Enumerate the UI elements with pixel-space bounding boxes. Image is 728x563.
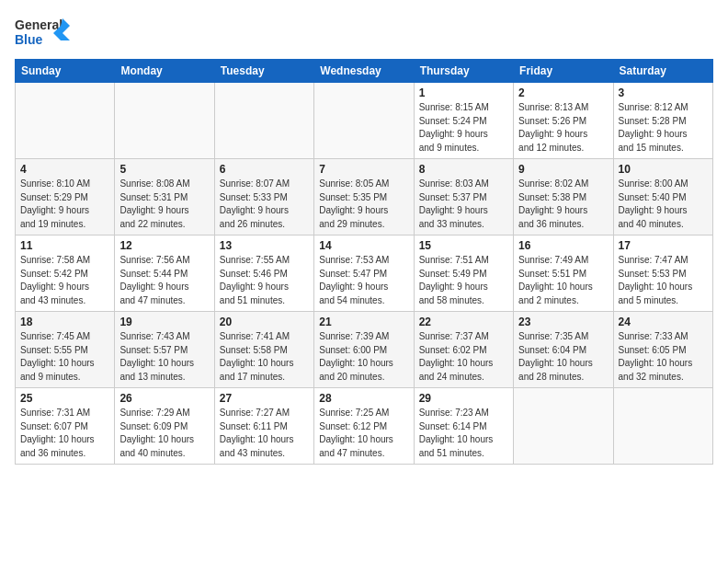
calendar-cell: 1Sunrise: 8:15 AM Sunset: 5:24 PM Daylig… (414, 83, 513, 159)
day-info: Sunrise: 7:35 AM Sunset: 6:04 PM Dayligh… (518, 330, 608, 384)
calendar-cell (214, 83, 313, 159)
day-info: Sunrise: 7:58 AM Sunset: 5:42 PM Dayligh… (20, 254, 109, 307)
logo: General Blue (15, 15, 70, 52)
day-number: 27 (220, 392, 309, 405)
calendar-week-5: 25Sunrise: 7:31 AM Sunset: 6:07 PM Dayli… (16, 388, 713, 465)
calendar-cell (514, 388, 613, 465)
day-number: 4 (20, 163, 109, 176)
day-info: Sunrise: 7:49 AM Sunset: 5:51 PM Dayligh… (518, 254, 608, 307)
svg-text:Blue: Blue (15, 32, 43, 47)
day-info: Sunrise: 7:39 AM Sunset: 6:00 PM Dayligh… (319, 330, 408, 384)
calendar-cell: 19Sunrise: 7:43 AM Sunset: 5:57 PM Dayli… (115, 312, 214, 388)
calendar-cell: 11Sunrise: 7:58 AM Sunset: 5:42 PM Dayli… (16, 236, 115, 312)
day-info: Sunrise: 7:47 AM Sunset: 5:53 PM Dayligh… (619, 254, 708, 307)
day-number: 15 (419, 239, 508, 252)
day-number: 28 (319, 392, 408, 405)
day-number: 24 (619, 316, 708, 328)
day-info: Sunrise: 8:03 AM Sunset: 5:37 PM Dayligh… (419, 178, 508, 231)
day-number: 2 (518, 86, 608, 99)
day-info: Sunrise: 8:07 AM Sunset: 5:33 PM Dayligh… (220, 178, 309, 231)
day-number: 16 (518, 239, 608, 252)
day-info: Sunrise: 7:37 AM Sunset: 6:02 PM Dayligh… (419, 330, 508, 384)
day-info: Sunrise: 7:45 AM Sunset: 5:55 PM Dayligh… (20, 330, 109, 384)
logo-svg: General Blue (15, 15, 70, 52)
calendar-cell (16, 83, 115, 159)
page-header: General Blue (15, 15, 713, 52)
calendar-cell: 20Sunrise: 7:41 AM Sunset: 5:58 PM Dayli… (214, 312, 313, 388)
calendar-cell: 4Sunrise: 8:10 AM Sunset: 5:29 PM Daylig… (16, 159, 115, 236)
column-header-friday: Friday (514, 60, 613, 83)
calendar-cell: 7Sunrise: 8:05 AM Sunset: 5:35 PM Daylig… (314, 159, 414, 236)
calendar-body: 1Sunrise: 8:15 AM Sunset: 5:24 PM Daylig… (16, 83, 713, 465)
day-number: 19 (119, 316, 209, 328)
day-number: 20 (220, 316, 309, 328)
day-info: Sunrise: 8:05 AM Sunset: 5:35 PM Dayligh… (319, 178, 408, 231)
day-info: Sunrise: 7:56 AM Sunset: 5:44 PM Dayligh… (119, 254, 209, 307)
calendar-week-1: 1Sunrise: 8:15 AM Sunset: 5:24 PM Daylig… (16, 83, 713, 159)
calendar-cell: 8Sunrise: 8:03 AM Sunset: 5:37 PM Daylig… (414, 159, 513, 236)
day-info: Sunrise: 8:08 AM Sunset: 5:31 PM Dayligh… (119, 178, 209, 231)
day-info: Sunrise: 7:41 AM Sunset: 5:58 PM Dayligh… (220, 330, 309, 384)
calendar-cell: 29Sunrise: 7:23 AM Sunset: 6:14 PM Dayli… (414, 388, 513, 465)
day-info: Sunrise: 7:31 AM Sunset: 6:07 PM Dayligh… (20, 407, 109, 460)
calendar-week-4: 18Sunrise: 7:45 AM Sunset: 5:55 PM Dayli… (16, 312, 713, 388)
calendar-cell: 28Sunrise: 7:25 AM Sunset: 6:12 PM Dayli… (314, 388, 414, 465)
day-number: 1 (419, 86, 508, 99)
day-info: Sunrise: 8:02 AM Sunset: 5:38 PM Dayligh… (518, 178, 608, 231)
column-header-thursday: Thursday (414, 60, 513, 83)
day-info: Sunrise: 7:51 AM Sunset: 5:49 PM Dayligh… (419, 254, 508, 307)
calendar-cell: 26Sunrise: 7:29 AM Sunset: 6:09 PM Dayli… (115, 388, 214, 465)
column-header-monday: Monday (115, 60, 214, 83)
day-info: Sunrise: 7:55 AM Sunset: 5:46 PM Dayligh… (220, 254, 309, 307)
day-number: 22 (419, 316, 508, 328)
day-info: Sunrise: 7:53 AM Sunset: 5:47 PM Dayligh… (319, 254, 408, 307)
day-info: Sunrise: 8:10 AM Sunset: 5:29 PM Dayligh… (20, 178, 109, 231)
calendar-cell: 9Sunrise: 8:02 AM Sunset: 5:38 PM Daylig… (514, 159, 613, 236)
calendar-cell: 13Sunrise: 7:55 AM Sunset: 5:46 PM Dayli… (214, 236, 313, 312)
day-info: Sunrise: 7:29 AM Sunset: 6:09 PM Dayligh… (119, 407, 209, 460)
calendar-cell: 23Sunrise: 7:35 AM Sunset: 6:04 PM Dayli… (514, 312, 613, 388)
calendar-cell: 3Sunrise: 8:12 AM Sunset: 5:28 PM Daylig… (613, 83, 712, 159)
calendar-cell: 21Sunrise: 7:39 AM Sunset: 6:00 PM Dayli… (314, 312, 414, 388)
day-number: 8 (419, 163, 508, 176)
column-header-sunday: Sunday (16, 60, 115, 83)
day-number: 13 (220, 239, 309, 252)
calendar-header: SundayMondayTuesdayWednesdayThursdayFrid… (16, 60, 713, 83)
day-info: Sunrise: 8:15 AM Sunset: 5:24 PM Dayligh… (419, 101, 508, 155)
day-info: Sunrise: 7:27 AM Sunset: 6:11 PM Dayligh… (220, 407, 309, 460)
calendar-cell: 16Sunrise: 7:49 AM Sunset: 5:51 PM Dayli… (514, 236, 613, 312)
day-info: Sunrise: 8:00 AM Sunset: 5:40 PM Dayligh… (619, 178, 708, 231)
day-number: 26 (119, 392, 209, 405)
calendar-cell: 15Sunrise: 7:51 AM Sunset: 5:49 PM Dayli… (414, 236, 513, 312)
day-info: Sunrise: 7:43 AM Sunset: 5:57 PM Dayligh… (119, 330, 209, 384)
day-number: 5 (119, 163, 209, 176)
day-number: 18 (20, 316, 109, 328)
day-number: 29 (419, 392, 508, 405)
calendar-cell: 27Sunrise: 7:27 AM Sunset: 6:11 PM Dayli… (214, 388, 313, 465)
calendar-cell: 24Sunrise: 7:33 AM Sunset: 6:05 PM Dayli… (613, 312, 712, 388)
day-number: 7 (319, 163, 408, 176)
calendar-table: SundayMondayTuesdayWednesdayThursdayFrid… (15, 59, 713, 465)
day-number: 21 (319, 316, 408, 328)
day-number: 25 (20, 392, 109, 405)
day-number: 6 (220, 163, 309, 176)
calendar-cell: 6Sunrise: 8:07 AM Sunset: 5:33 PM Daylig… (214, 159, 313, 236)
calendar-cell: 14Sunrise: 7:53 AM Sunset: 5:47 PM Dayli… (314, 236, 414, 312)
day-number: 11 (20, 239, 109, 252)
calendar-cell: 18Sunrise: 7:45 AM Sunset: 5:55 PM Dayli… (16, 312, 115, 388)
calendar-cell: 25Sunrise: 7:31 AM Sunset: 6:07 PM Dayli… (16, 388, 115, 465)
calendar-cell (115, 83, 214, 159)
day-number: 12 (119, 239, 209, 252)
calendar-cell (314, 83, 414, 159)
calendar-cell (613, 388, 712, 465)
day-info: Sunrise: 7:23 AM Sunset: 6:14 PM Dayligh… (419, 407, 508, 460)
day-number: 23 (518, 316, 608, 328)
day-number: 9 (518, 163, 608, 176)
day-number: 3 (619, 86, 708, 99)
day-info: Sunrise: 8:13 AM Sunset: 5:26 PM Dayligh… (518, 101, 608, 155)
calendar-cell: 22Sunrise: 7:37 AM Sunset: 6:02 PM Dayli… (414, 312, 513, 388)
calendar-week-3: 11Sunrise: 7:58 AM Sunset: 5:42 PM Dayli… (16, 236, 713, 312)
column-header-tuesday: Tuesday (214, 60, 313, 83)
calendar-cell: 17Sunrise: 7:47 AM Sunset: 5:53 PM Dayli… (613, 236, 712, 312)
day-number: 17 (619, 239, 708, 252)
